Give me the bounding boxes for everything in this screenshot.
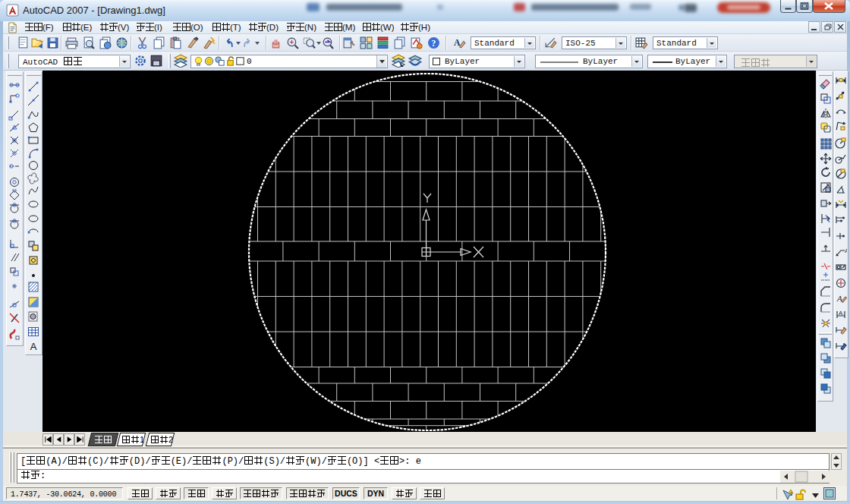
svg-text:A: A: [845, 247, 847, 254]
svg-text:A: A: [839, 310, 843, 317]
svg-text:?: ?: [432, 39, 436, 49]
svg-text:A: A: [30, 341, 37, 352]
